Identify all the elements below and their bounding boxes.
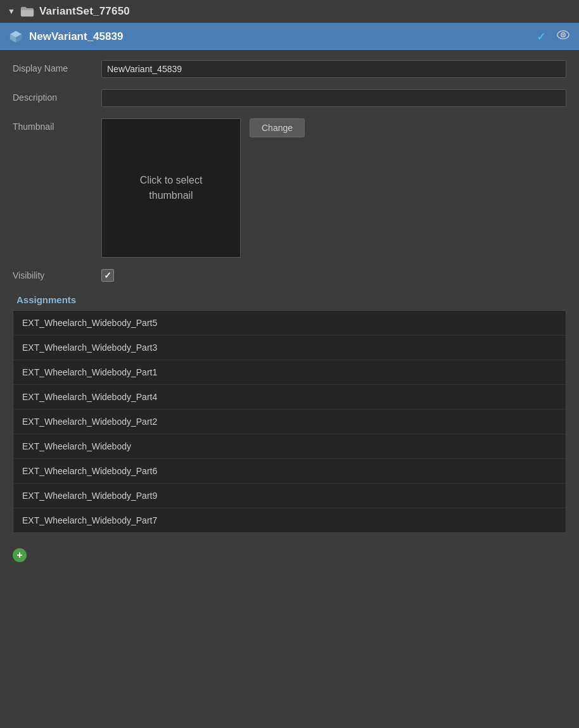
assignments-list: EXT_Wheelarch_Widebody_Part5EXT_Wheelarc… bbox=[13, 310, 566, 533]
properties-panel: Display Name Description Thumbnail Click… bbox=[0, 50, 579, 543]
change-button[interactable]: Change bbox=[250, 118, 305, 137]
assignment-item: EXT_Wheelarch_Widebody_Part5 bbox=[13, 311, 566, 336]
new-variant-title: NewVariant_45839 bbox=[29, 30, 530, 43]
assignment-item: EXT_Wheelarch_Widebody_Part3 bbox=[13, 336, 566, 360]
thumbnail-row: Thumbnail Click to select thumbnail Chan… bbox=[13, 118, 566, 258]
svg-point-6 bbox=[563, 34, 564, 36]
folder-icon bbox=[20, 6, 34, 17]
checkmark-button[interactable]: ✓ bbox=[537, 30, 546, 44]
eye-button[interactable] bbox=[556, 28, 570, 45]
assignment-item: EXT_Wheelarch_Widebody_Part9 bbox=[13, 484, 566, 508]
variant-set-title: VariantSet_77650 bbox=[39, 5, 130, 18]
assignment-item: EXT_Wheelarch_Widebody_Part6 bbox=[13, 459, 566, 484]
bottom-bar: + bbox=[0, 543, 579, 567]
assignments-section: Assignments EXT_Wheelarch_Widebody_Part5… bbox=[13, 294, 566, 533]
variant-set-bar: ▼ VariantSet_77650 bbox=[0, 0, 579, 23]
visibility-checkbox[interactable]: ✓ bbox=[101, 269, 114, 282]
thumbnail-value: Click to select thumbnail Change bbox=[101, 118, 566, 258]
assignments-title: Assignments bbox=[13, 294, 566, 305]
display-name-row: Display Name bbox=[13, 60, 566, 78]
assignment-item: EXT_Wheelarch_Widebody bbox=[13, 434, 566, 459]
collapse-arrow-icon[interactable]: ▼ bbox=[8, 7, 15, 16]
visibility-row: Visibility ✓ bbox=[13, 269, 566, 282]
description-label: Description bbox=[13, 89, 101, 103]
visibility-checkbox-wrapper: ✓ bbox=[101, 269, 114, 282]
display-name-input[interactable] bbox=[101, 60, 566, 78]
description-value bbox=[101, 89, 566, 107]
description-input[interactable] bbox=[101, 89, 566, 107]
thumbnail-box[interactable]: Click to select thumbnail bbox=[101, 118, 241, 258]
add-button[interactable]: + bbox=[13, 548, 27, 562]
description-row: Description bbox=[13, 89, 566, 107]
thumbnail-placeholder: Click to select thumbnail bbox=[134, 166, 209, 210]
visibility-label: Visibility bbox=[13, 270, 101, 280]
display-name-label: Display Name bbox=[13, 60, 101, 73]
assignment-item: EXT_Wheelarch_Widebody_Part7 bbox=[13, 508, 566, 532]
assignment-item: EXT_Wheelarch_Widebody_Part4 bbox=[13, 385, 566, 410]
display-name-value bbox=[101, 60, 566, 78]
thumbnail-container: Click to select thumbnail Change bbox=[101, 118, 566, 258]
new-variant-bar: NewVariant_45839 ✓ bbox=[0, 23, 579, 50]
cube-icon bbox=[9, 30, 23, 44]
checkbox-checkmark: ✓ bbox=[104, 270, 111, 280]
thumbnail-label: Thumbnail bbox=[13, 118, 101, 132]
assignment-item: EXT_Wheelarch_Widebody_Part1 bbox=[13, 360, 566, 385]
assignment-item: EXT_Wheelarch_Widebody_Part2 bbox=[13, 410, 566, 434]
